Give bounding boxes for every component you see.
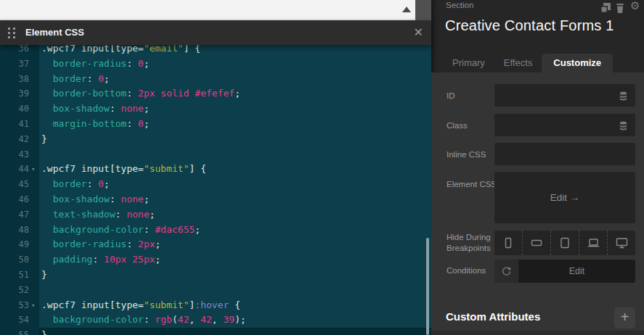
code-line[interactable]: 37 border-radius: 0; bbox=[0, 57, 431, 72]
code-line[interactable]: 44▾.wpcf7 input[type="submit"] { bbox=[0, 162, 431, 177]
line-number: 46 bbox=[0, 192, 29, 207]
line-number: 51 bbox=[0, 268, 29, 283]
breakpoints-toggle-group bbox=[494, 231, 635, 255]
code-line[interactable]: 54 background-color: rgb(42, 42, 39); bbox=[0, 313, 431, 328]
code-line[interactable]: 41 margin-bottom: 0; bbox=[0, 117, 431, 132]
conditions-control: Edit bbox=[494, 260, 635, 283]
code-line[interactable]: 51} bbox=[0, 268, 431, 283]
drag-handle-icon[interactable] bbox=[8, 28, 17, 41]
line-number: 36 bbox=[0, 45, 29, 57]
phone-portrait-icon[interactable] bbox=[494, 231, 523, 255]
code-line[interactable]: 53▾.wpcf7 input[type="submit"]:hover { bbox=[0, 298, 431, 313]
code-line[interactable]: 43 bbox=[0, 147, 431, 162]
code-line[interactable]: 48 background-color: #dac655; bbox=[0, 223, 431, 238]
laptop-icon[interactable] bbox=[579, 231, 608, 255]
code-text: text-shadow: none; bbox=[41, 207, 155, 223]
code-text: border: 0; bbox=[41, 72, 110, 87]
code-line[interactable]: 55} bbox=[0, 328, 431, 335]
line-number: 43 bbox=[0, 147, 29, 162]
inline-css-label: Inline CSS bbox=[447, 149, 486, 160]
code-text: box-shadow: none; bbox=[41, 102, 150, 117]
dynamic-data-icon[interactable] bbox=[619, 91, 627, 104]
code-text: margin-bottom: 0; bbox=[41, 117, 150, 132]
fold-arrow-icon[interactable]: ▾ bbox=[31, 298, 35, 313]
desktop-icon[interactable] bbox=[608, 231, 635, 255]
line-number: 42 bbox=[0, 132, 29, 147]
page-preview-strip bbox=[0, 0, 415, 20]
code-text: border-bottom: 2px solid #efefef; bbox=[41, 86, 240, 102]
code-line[interactable]: 52 bbox=[0, 283, 431, 298]
code-text: border-radius: 0; bbox=[41, 57, 150, 72]
css-code-editor[interactable]: 36.wpcf7 input[type="email"] {37 border-… bbox=[0, 45, 431, 335]
add-attribute-button[interactable]: + bbox=[614, 307, 635, 328]
code-text: background-color: #dac655; bbox=[41, 223, 200, 238]
line-number: 39 bbox=[0, 86, 29, 102]
code-text: } bbox=[41, 328, 47, 335]
line-number: 48 bbox=[0, 223, 29, 238]
code-line[interactable]: 45 border: 0; bbox=[0, 177, 431, 192]
code-line[interactable]: 39 border-bottom: 2px solid #efefef; bbox=[0, 86, 431, 102]
element-css-modal-header: Element CSS ✕ bbox=[0, 20, 431, 45]
element-title: Creative Contact Forms 1 bbox=[445, 17, 614, 34]
phone-landscape-icon[interactable] bbox=[523, 231, 551, 255]
tab-primary[interactable]: Primary bbox=[443, 54, 494, 73]
code-line[interactable]: 50 padding: 10px 25px; bbox=[0, 252, 431, 268]
line-number: 54 bbox=[0, 313, 29, 328]
code-line[interactable]: 47 text-shadow: none; bbox=[0, 207, 431, 223]
line-number: 49 bbox=[0, 237, 29, 252]
scroll-up-arrow-icon[interactable] bbox=[402, 7, 411, 12]
line-number: 52 bbox=[0, 283, 29, 298]
editor-scrollbar-thumb[interactable] bbox=[426, 238, 429, 335]
code-line[interactable]: 46 box-shadow: none; bbox=[0, 192, 431, 207]
code-text: padding: 10px 25px; bbox=[41, 252, 160, 268]
code-line[interactable]: 42} bbox=[0, 132, 431, 147]
next-section-edge bbox=[431, 331, 644, 335]
line-number: 53 bbox=[0, 298, 29, 313]
line-number: 38 bbox=[0, 72, 29, 87]
line-number: 40 bbox=[0, 102, 29, 117]
scrollbar-thumb[interactable] bbox=[415, 0, 431, 20]
code-text: .wpcf7 input[type="email"] { bbox=[41, 45, 200, 57]
delete-icon[interactable] bbox=[615, 3, 625, 16]
code-text: .wpcf7 input[type="submit"] { bbox=[41, 162, 206, 177]
hide-breakpoints-label: Hide During Breakpoints bbox=[447, 232, 492, 254]
inspector-panel: Section ⚙ Creative Contact Forms 1 Prima… bbox=[431, 0, 644, 335]
id-label: ID bbox=[447, 91, 455, 102]
inspector-tabs: Primary Effects Customize bbox=[443, 54, 613, 73]
class-input[interactable] bbox=[494, 114, 635, 136]
code-text: box-shadow: none; bbox=[41, 192, 150, 207]
settings-gear-icon[interactable]: ⚙ bbox=[630, 0, 640, 12]
duplicate-icon[interactable] bbox=[600, 3, 611, 16]
line-number: 47 bbox=[0, 207, 29, 223]
line-number: 45 bbox=[0, 177, 29, 192]
close-icon[interactable]: ✕ bbox=[414, 20, 423, 45]
conditions-toggle-icon[interactable] bbox=[494, 260, 518, 283]
element-css-edit-button[interactable]: Edit → bbox=[494, 172, 635, 223]
fold-arrow-icon[interactable]: ▾ bbox=[31, 162, 35, 177]
line-number: 37 bbox=[0, 57, 29, 72]
code-line[interactable]: 40 box-shadow: none; bbox=[0, 102, 431, 117]
code-text: .wpcf7 input[type="submit"]:hover { bbox=[41, 298, 240, 313]
code-text: } bbox=[41, 268, 47, 283]
id-input[interactable] bbox=[494, 84, 635, 107]
code-text: border-radius: 2px; bbox=[41, 237, 160, 252]
line-number: 41 bbox=[0, 117, 29, 132]
element-css-label: Element CSS bbox=[447, 179, 497, 190]
code-line[interactable]: 36.wpcf7 input[type="email"] { bbox=[0, 45, 431, 57]
modal-title: Element CSS bbox=[25, 20, 84, 45]
code-text: background-color: rgb(42, 42, 39); bbox=[41, 313, 246, 328]
code-line[interactable]: 38 border: 0; bbox=[0, 72, 431, 87]
conditions-edit-button[interactable]: Edit bbox=[518, 260, 635, 283]
inline-css-input[interactable] bbox=[494, 143, 635, 165]
code-text: } bbox=[41, 132, 47, 147]
tab-effects[interactable]: Effects bbox=[494, 54, 542, 73]
tablet-icon[interactable] bbox=[551, 231, 579, 255]
tab-customize[interactable]: Customize bbox=[542, 54, 613, 73]
line-number: 55 bbox=[0, 328, 29, 335]
line-number: 44 bbox=[0, 162, 29, 177]
builder-screen: Element CSS ✕ 36.wpcf7 input[type="email… bbox=[0, 0, 644, 335]
dynamic-data-icon[interactable] bbox=[619, 120, 627, 133]
code-line[interactable]: 49 border-radius: 2px; bbox=[0, 237, 431, 252]
class-label: Class bbox=[447, 120, 468, 131]
element-type-label: Section bbox=[446, 1, 473, 9]
